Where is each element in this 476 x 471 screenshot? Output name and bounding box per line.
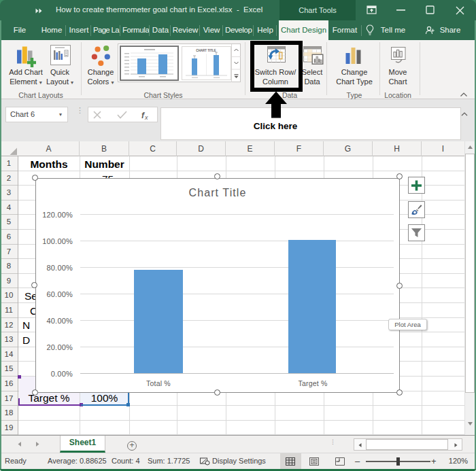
- svg-text:x: x: [144, 114, 148, 121]
- svg-text:CHART TITLE: CHART TITLE: [196, 49, 216, 52]
